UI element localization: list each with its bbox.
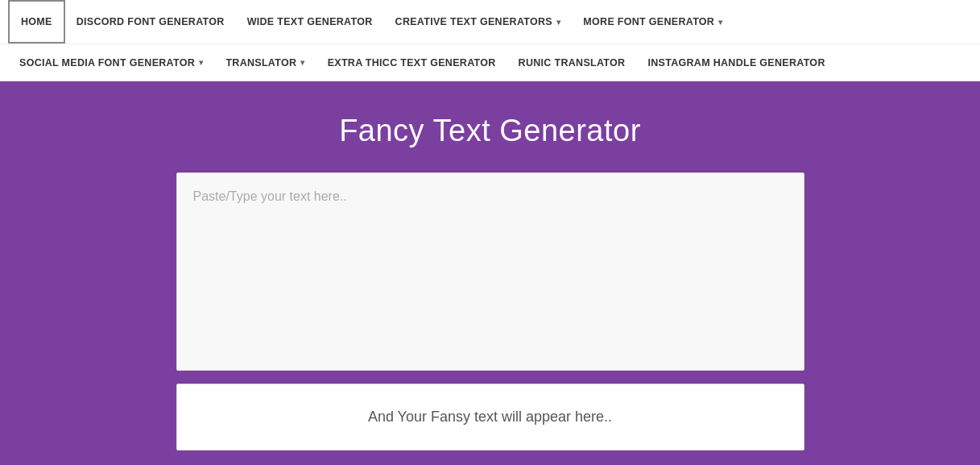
page-title: Fancy Text Generator [339, 114, 641, 148]
chevron-down-icon: ▾ [199, 58, 203, 67]
nav-item-translator[interactable]: TRANSLATOR▾ [214, 44, 316, 81]
text-input-area [176, 172, 804, 371]
nav-item-discord-font-generator[interactable]: DISCORD FONT GENERATOR [65, 0, 236, 44]
text-input[interactable] [193, 189, 788, 351]
output-area: And Your Fansy text will appear here.. [176, 384, 804, 450]
navigation: HOMEDISCORD FONT GENERATORWIDE TEXT GENE… [0, 0, 980, 81]
nav-item-extra-thicc-text-generator[interactable]: EXTRA THICC TEXT GENERATOR [316, 44, 507, 81]
output-placeholder: And Your Fansy text will appear here.. [368, 409, 612, 426]
nav-row-1: HOMEDISCORD FONT GENERATORWIDE TEXT GENE… [0, 0, 980, 44]
chevron-down-icon: ▾ [300, 58, 304, 67]
chevron-down-icon: ▾ [718, 18, 722, 27]
nav-item-instagram-handle-generator[interactable]: INSTAGRAM HANDLE GENERATOR [636, 44, 836, 81]
page-content: Fancy Text Generator And Your Fansy text… [0, 81, 980, 465]
nav-row-2: SOCIAL MEDIA FONT GENERATOR▾TRANSLATOR▾E… [0, 44, 980, 81]
nav-item-runic-translator[interactable]: RUNIC TRANSLATOR [507, 44, 637, 81]
nav-item-creative-text-generators[interactable]: CREATIVE TEXT GENERATORS▾ [384, 0, 573, 44]
nav-item-home[interactable]: HOME [8, 0, 65, 44]
nav-item-social-media-font-generator[interactable]: SOCIAL MEDIA FONT GENERATOR▾ [8, 44, 214, 81]
nav-item-wide-text-generator[interactable]: WIDE TEXT GENERATOR [236, 0, 384, 44]
nav-item-more-font-generator[interactable]: MORE FONT GENERATOR▾ [572, 0, 734, 44]
chevron-down-icon: ▾ [556, 18, 560, 27]
